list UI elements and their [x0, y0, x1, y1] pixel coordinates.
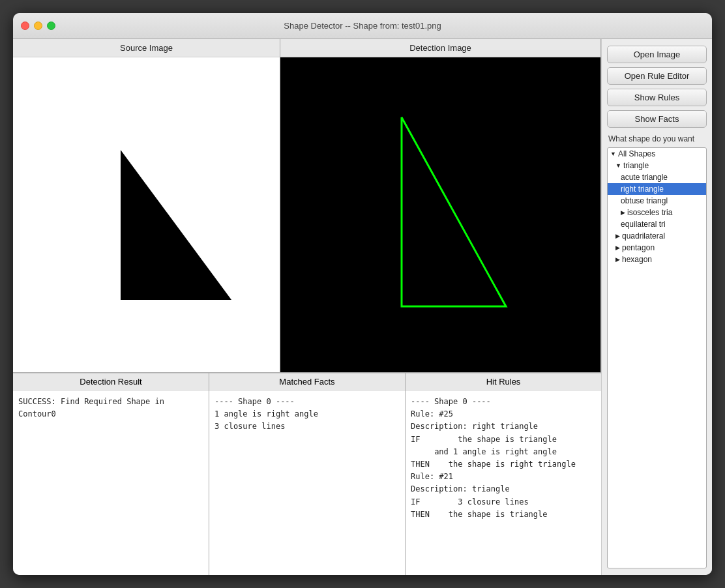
acute-triangle-label: acute triangle	[621, 173, 668, 182]
detection-result-content: SUCCESS: Find Required Shape in Contour0	[13, 390, 209, 575]
source-image-area	[13, 57, 280, 372]
what-shape-label: What shape do you want	[607, 134, 707, 143]
expand-icon-hexagon: ▶	[615, 256, 620, 263]
matched-facts-content: ---- Shape 0 ---- 1 angle is right angle…	[209, 390, 405, 575]
equilateral-triangle-label: equilateral tri	[621, 220, 666, 229]
matched-facts-header: Matched Facts	[209, 373, 405, 390]
svg-marker-1	[402, 117, 506, 306]
source-panel-header: Source Image	[13, 39, 280, 57]
shape-tree[interactable]: ▼ All Shapes ▼ triangle acute triangle	[607, 147, 707, 568]
source-panel: Source Image	[13, 39, 280, 372]
app-window: Shape Detector -- Shape from: test01.png…	[13, 13, 712, 575]
right-triangle-label: right triangle	[621, 184, 664, 194]
tree-item-acute-triangle[interactable]: acute triangle	[608, 171, 706, 183]
traffic-lights	[21, 22, 55, 30]
tree-item-triangle[interactable]: ▼ triangle	[608, 160, 706, 171]
triangle-label: triangle	[623, 161, 649, 170]
tree-item-all-shapes[interactable]: ▼ All Shapes	[608, 148, 706, 160]
source-image-content	[13, 57, 280, 372]
hit-rules-header: Hit Rules	[406, 373, 601, 390]
right-sidebar: Open Image Open Rule Editor Show Rules S…	[601, 39, 712, 575]
detection-result-header: Detection Result	[13, 373, 209, 390]
open-image-button[interactable]: Open Image	[607, 46, 707, 63]
main-content: Source Image Detection Image	[13, 39, 712, 575]
expand-icon-isosceles: ▶	[621, 209, 625, 216]
tree-item-right-triangle[interactable]: right triangle	[608, 183, 706, 195]
isosceles-triangle-label: isosceles tria	[627, 208, 672, 217]
tree-item-equilateral-triangle[interactable]: equilateral tri	[608, 218, 706, 230]
detection-panel: Detection Image	[280, 39, 601, 372]
svg-marker-0	[121, 150, 231, 300]
bottom-panels: Detection Result SUCCESS: Find Required …	[13, 373, 601, 575]
source-triangle-svg	[42, 111, 251, 319]
hexagon-label: hexagon	[622, 255, 652, 264]
expand-icon-triangle: ▼	[615, 162, 621, 169]
matched-facts-panel: Matched Facts ---- Shape 0 ---- 1 angle …	[209, 373, 406, 575]
maximize-button[interactable]	[47, 22, 55, 30]
tree-item-isosceles-triangle[interactable]: ▶ isosceles tria	[608, 207, 706, 218]
expand-icon-pentagon: ▶	[615, 244, 620, 251]
hit-rules-panel: Hit Rules ---- Shape 0 ---- Rule: #25 De…	[406, 373, 601, 575]
show-rules-button[interactable]: Show Rules	[607, 89, 707, 106]
show-facts-button[interactable]: Show Facts	[607, 110, 707, 128]
tree-item-pentagon[interactable]: ▶ pentagon	[608, 242, 706, 254]
detection-panel-header: Detection Image	[280, 39, 600, 57]
tree-item-obtuse-triangle[interactable]: obtuse triangl	[608, 195, 706, 207]
titlebar: Shape Detector -- Shape from: test01.png	[13, 13, 712, 39]
detection-result-panel: Detection Result SUCCESS: Find Required …	[13, 373, 209, 575]
expand-icon-all: ▼	[610, 151, 616, 157]
top-panels: Source Image Detection Image	[13, 39, 601, 373]
detection-triangle-svg	[317, 98, 565, 332]
window-title: Shape Detector -- Shape from: test01.png	[284, 21, 441, 31]
detection-image-content	[280, 57, 600, 372]
expand-icon-quad: ▶	[615, 233, 620, 239]
open-rule-editor-button[interactable]: Open Rule Editor	[607, 67, 707, 85]
obtuse-triangle-label: obtuse triangl	[621, 196, 668, 205]
minimize-button[interactable]	[34, 22, 42, 30]
close-button[interactable]	[21, 22, 29, 30]
all-shapes-label: All Shapes	[618, 149, 655, 158]
pentagon-label: pentagon	[622, 243, 655, 252]
tree-item-quadrilateral[interactable]: ▶ quadrilateral	[608, 230, 706, 242]
tree-item-hexagon[interactable]: ▶ hexagon	[608, 254, 706, 265]
quadrilateral-label: quadrilateral	[622, 231, 665, 241]
hit-rules-content: ---- Shape 0 ---- Rule: #25 Description:…	[406, 390, 601, 575]
left-panels: Source Image Detection Image	[13, 39, 601, 575]
